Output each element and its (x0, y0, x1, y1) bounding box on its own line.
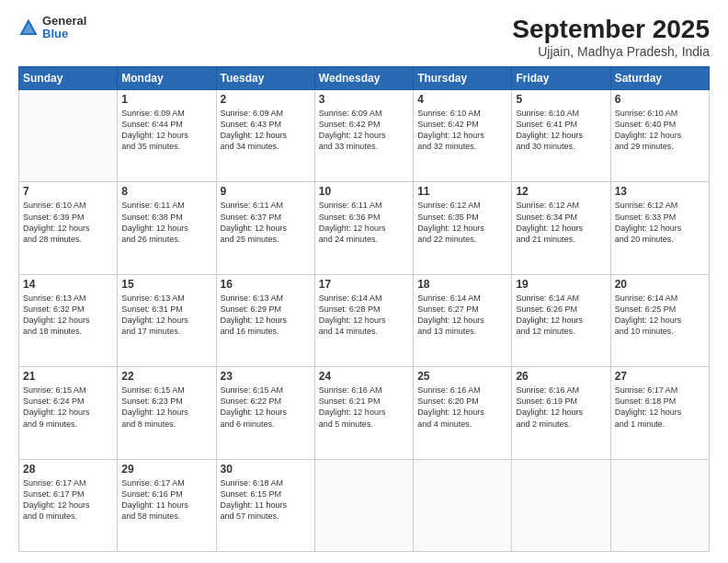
day-number: 18 (417, 278, 507, 291)
day-cell: 2Sunrise: 6:09 AM Sunset: 6:43 PM Daylig… (216, 90, 314, 182)
day-cell: 7Sunrise: 6:10 AM Sunset: 6:39 PM Daylig… (19, 182, 118, 274)
day-info: Sunrise: 6:12 AM Sunset: 6:35 PM Dayligh… (417, 200, 507, 245)
day-cell: 21Sunrise: 6:15 AM Sunset: 6:24 PM Dayli… (19, 367, 118, 459)
day-info: Sunrise: 6:18 AM Sunset: 6:15 PM Dayligh… (221, 477, 311, 523)
day-cell: 22Sunrise: 6:15 AM Sunset: 6:23 PM Dayli… (118, 367, 216, 459)
day-cell: 4Sunrise: 6:10 AM Sunset: 6:42 PM Daylig… (414, 90, 512, 182)
logo-general: General (42, 14, 86, 28)
day-cell: 11Sunrise: 6:12 AM Sunset: 6:35 PM Dayli… (414, 182, 512, 274)
day-cell: 25Sunrise: 6:16 AM Sunset: 6:20 PM Dayli… (414, 367, 512, 459)
day-number: 22 (121, 370, 211, 383)
day-info: Sunrise: 6:12 AM Sunset: 6:33 PM Dayligh… (615, 200, 705, 245)
day-info: Sunrise: 6:16 AM Sunset: 6:20 PM Dayligh… (417, 385, 507, 430)
day-info: Sunrise: 6:10 AM Sunset: 6:40 PM Dayligh… (615, 108, 705, 153)
day-header-tuesday: Tuesday (216, 67, 314, 90)
day-cell: 10Sunrise: 6:11 AM Sunset: 6:36 PM Dayli… (314, 182, 413, 274)
day-number: 17 (319, 278, 409, 291)
day-number: 2 (221, 93, 311, 106)
day-number: 12 (516, 185, 606, 198)
day-cell: 20Sunrise: 6:14 AM Sunset: 6:25 PM Dayli… (610, 274, 709, 366)
day-info: Sunrise: 6:14 AM Sunset: 6:25 PM Dayligh… (615, 293, 705, 338)
title-block: September 2025 Ujjain, Madhya Pradesh, I… (512, 15, 710, 59)
day-number: 29 (121, 463, 211, 476)
day-cell: 3Sunrise: 6:09 AM Sunset: 6:42 PM Daylig… (314, 90, 413, 182)
day-cell: 16Sunrise: 6:13 AM Sunset: 6:29 PM Dayli… (216, 274, 314, 366)
day-cell: 23Sunrise: 6:15 AM Sunset: 6:22 PM Dayli… (216, 367, 314, 459)
day-number: 24 (319, 370, 409, 383)
day-info: Sunrise: 6:11 AM Sunset: 6:37 PM Dayligh… (221, 200, 311, 245)
day-number: 1 (121, 93, 211, 106)
day-info: Sunrise: 6:10 AM Sunset: 6:39 PM Dayligh… (23, 200, 113, 245)
week-row-3: 14Sunrise: 6:13 AM Sunset: 6:32 PM Dayli… (19, 274, 710, 366)
day-cell: 12Sunrise: 6:12 AM Sunset: 6:34 PM Dayli… (512, 182, 610, 274)
day-info: Sunrise: 6:14 AM Sunset: 6:26 PM Dayligh… (516, 293, 606, 338)
week-row-2: 7Sunrise: 6:10 AM Sunset: 6:39 PM Daylig… (19, 182, 710, 274)
day-info: Sunrise: 6:15 AM Sunset: 6:24 PM Dayligh… (23, 385, 113, 430)
day-cell: 27Sunrise: 6:17 AM Sunset: 6:18 PM Dayli… (610, 367, 709, 459)
day-cell (314, 459, 413, 551)
day-header-sunday: Sunday (19, 67, 118, 90)
day-number: 14 (23, 278, 113, 291)
day-info: Sunrise: 6:17 AM Sunset: 6:18 PM Dayligh… (615, 385, 705, 430)
day-info: Sunrise: 6:14 AM Sunset: 6:27 PM Dayligh… (417, 293, 507, 338)
logo-text: General Blue (42, 15, 86, 41)
logo: General Blue (18, 15, 86, 41)
day-number: 26 (516, 370, 606, 383)
day-info: Sunrise: 6:11 AM Sunset: 6:38 PM Dayligh… (121, 200, 211, 245)
day-info: Sunrise: 6:10 AM Sunset: 6:42 PM Dayligh… (417, 108, 507, 153)
day-cell (414, 459, 512, 551)
day-info: Sunrise: 6:09 AM Sunset: 6:44 PM Dayligh… (121, 108, 211, 153)
day-cell (610, 459, 709, 551)
day-cell: 19Sunrise: 6:14 AM Sunset: 6:26 PM Dayli… (512, 274, 610, 366)
page: General Blue September 2025 Ujjain, Madh… (0, 0, 728, 563)
day-cell: 26Sunrise: 6:16 AM Sunset: 6:19 PM Dayli… (512, 367, 610, 459)
day-number: 9 (221, 185, 311, 198)
calendar: SundayMondayTuesdayWednesdayThursdayFrid… (18, 66, 710, 552)
day-cell (512, 459, 610, 551)
day-header-saturday: Saturday (610, 67, 709, 90)
day-header-wednesday: Wednesday (314, 67, 413, 90)
day-cell: 14Sunrise: 6:13 AM Sunset: 6:32 PM Dayli… (19, 274, 118, 366)
day-number: 8 (121, 185, 211, 198)
day-info: Sunrise: 6:11 AM Sunset: 6:36 PM Dayligh… (319, 200, 409, 245)
day-number: 7 (23, 185, 113, 198)
day-number: 13 (615, 185, 705, 198)
day-info: Sunrise: 6:12 AM Sunset: 6:34 PM Dayligh… (516, 200, 606, 245)
day-info: Sunrise: 6:13 AM Sunset: 6:31 PM Dayligh… (121, 293, 211, 338)
day-info: Sunrise: 6:15 AM Sunset: 6:22 PM Dayligh… (221, 385, 311, 430)
day-info: Sunrise: 6:15 AM Sunset: 6:23 PM Dayligh… (121, 385, 211, 430)
day-number: 11 (417, 185, 507, 198)
day-info: Sunrise: 6:09 AM Sunset: 6:42 PM Dayligh… (319, 108, 409, 153)
logo-blue: Blue (42, 27, 68, 40)
day-number: 19 (516, 278, 606, 291)
day-number: 30 (221, 463, 311, 476)
day-cell: 28Sunrise: 6:17 AM Sunset: 6:17 PM Dayli… (19, 459, 118, 551)
day-number: 20 (615, 278, 705, 291)
day-number: 4 (417, 93, 507, 106)
month-title: September 2025 (512, 15, 710, 44)
calendar-header-row: SundayMondayTuesdayWednesdayThursdayFrid… (19, 67, 710, 90)
day-number: 25 (417, 370, 507, 383)
day-cell: 6Sunrise: 6:10 AM Sunset: 6:40 PM Daylig… (610, 90, 709, 182)
day-number: 28 (23, 463, 113, 476)
day-number: 21 (23, 370, 113, 383)
week-row-1: 1Sunrise: 6:09 AM Sunset: 6:44 PM Daylig… (19, 90, 710, 182)
day-info: Sunrise: 6:13 AM Sunset: 6:29 PM Dayligh… (221, 293, 311, 338)
day-number: 27 (615, 370, 705, 383)
day-cell: 24Sunrise: 6:16 AM Sunset: 6:21 PM Dayli… (314, 367, 413, 459)
day-cell: 15Sunrise: 6:13 AM Sunset: 6:31 PM Dayli… (118, 274, 216, 366)
header: General Blue September 2025 Ujjain, Madh… (18, 15, 710, 59)
logo-icon (18, 17, 39, 38)
day-cell: 17Sunrise: 6:14 AM Sunset: 6:28 PM Dayli… (314, 274, 413, 366)
day-info: Sunrise: 6:09 AM Sunset: 6:43 PM Dayligh… (221, 108, 311, 153)
week-row-4: 21Sunrise: 6:15 AM Sunset: 6:24 PM Dayli… (19, 367, 710, 459)
day-cell (19, 90, 118, 182)
day-info: Sunrise: 6:14 AM Sunset: 6:28 PM Dayligh… (319, 293, 409, 338)
day-cell: 8Sunrise: 6:11 AM Sunset: 6:38 PM Daylig… (118, 182, 216, 274)
day-number: 3 (319, 93, 409, 106)
day-header-friday: Friday (512, 67, 610, 90)
day-number: 5 (516, 93, 606, 106)
day-header-monday: Monday (118, 67, 216, 90)
day-number: 16 (221, 278, 311, 291)
day-cell: 13Sunrise: 6:12 AM Sunset: 6:33 PM Dayli… (610, 182, 709, 274)
